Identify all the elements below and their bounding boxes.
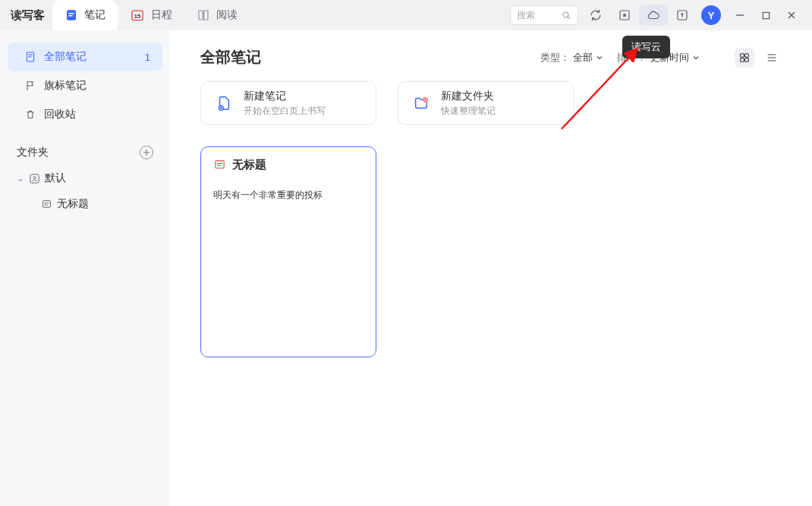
note-card[interactable]: 无标题 明天有一个非常重要的投标	[200, 146, 376, 357]
svg-rect-12	[763, 12, 769, 18]
sidebar: 全部笔记 1 旗标笔记 回收站 文件夹 ⌄ 默认	[0, 30, 170, 506]
grid-icon	[738, 52, 751, 64]
window-minimize[interactable]	[727, 4, 753, 27]
search-input[interactable]: 搜索	[510, 5, 578, 25]
chevron-down-icon	[692, 54, 700, 61]
sidebar-item-label: 旗标笔记	[44, 79, 87, 93]
sidebar-item-label: 回收站	[44, 108, 76, 121]
note-small-icon	[213, 159, 226, 171]
filter-type-label: 类型：	[540, 51, 570, 64]
add-folder-button[interactable]	[140, 146, 153, 159]
note-small-icon	[41, 199, 52, 210]
maximize-icon	[762, 11, 770, 20]
new-folder-title: 新建文件夹	[441, 90, 496, 103]
sidebar-item-all-notes[interactable]: 全部笔记 1	[8, 42, 162, 71]
tab-reader-label: 阅读	[216, 8, 238, 22]
svg-rect-28	[745, 58, 749, 61]
new-folder-icon	[411, 93, 432, 114]
action-card-row: 新建笔记 开始在空白页上书写 新建文件夹 快速整理笔记	[200, 81, 782, 125]
avatar[interactable]: Y	[701, 5, 721, 25]
app-body: 全部笔记 1 旗标笔记 回收站 文件夹 ⌄ 默认	[0, 30, 812, 506]
filter-type[interactable]: 类型： 全部	[540, 51, 603, 64]
svg-rect-25	[741, 53, 744, 57]
note-card-title: 无标题	[232, 158, 266, 172]
note-card-body: 明天有一个非常重要的投标	[213, 189, 364, 202]
svg-rect-1	[68, 13, 74, 14]
new-note-sub: 开始在空白页上书写	[244, 105, 326, 118]
new-note-title: 新建笔记	[244, 90, 326, 103]
tree-note-label: 无标题	[57, 197, 89, 211]
svg-rect-5	[199, 11, 203, 20]
tree-folder-label: 默认	[45, 171, 66, 185]
filter-sort[interactable]: 排序： 更新时间	[617, 51, 700, 64]
window-maximize[interactable]	[753, 4, 779, 27]
svg-rect-2	[68, 15, 72, 17]
chevron-down-icon	[596, 54, 603, 61]
avatar-letter: Y	[708, 10, 715, 21]
view-list-button[interactable]	[762, 48, 782, 68]
tab-calendar-label: 日程	[151, 8, 172, 22]
svg-rect-27	[741, 58, 744, 61]
note-icon	[65, 8, 78, 22]
svg-line-8	[568, 17, 569, 18]
svg-rect-22	[43, 200, 51, 207]
new-note-icon	[213, 93, 234, 114]
new-folder-sub: 快速整理笔记	[441, 105, 496, 118]
new-folder-card[interactable]: 新建文件夹 快速整理笔记	[398, 81, 574, 125]
list-icon	[766, 52, 778, 64]
star-box-icon	[618, 8, 631, 22]
main-header: 全部笔记 类型： 全部 排序： 更新时间	[200, 47, 782, 68]
sync-icon	[589, 8, 603, 22]
folder-section-label: 文件夹	[17, 146, 49, 159]
doc-icon	[24, 51, 36, 63]
svg-point-7	[563, 12, 568, 17]
svg-text:15: 15	[134, 13, 140, 20]
app-name: 读写客	[11, 8, 45, 23]
view-grid-button[interactable]	[735, 48, 754, 68]
export-icon	[675, 8, 689, 22]
reader-icon	[197, 8, 210, 22]
filter-sort-label: 排序：	[617, 51, 647, 64]
export-button[interactable]	[668, 5, 697, 26]
trash-icon	[24, 108, 36, 121]
titlebar: 读写客 笔记 15 日程 阅读 搜索 Y	[0, 0, 812, 30]
view-switcher	[735, 48, 782, 68]
tab-reader[interactable]: 阅读	[184, 0, 250, 30]
filter-sort-value: 更新时间	[650, 51, 689, 64]
tab-notes[interactable]: 笔记	[52, 0, 118, 30]
page-title: 全部笔记	[200, 47, 261, 68]
minimize-icon	[735, 11, 744, 20]
new-note-card[interactable]: 新建笔记 开始在空白页上书写	[200, 81, 376, 125]
sidebar-item-flagged[interactable]: 旗标笔记	[8, 71, 162, 100]
calendar-icon: 15	[130, 8, 145, 23]
flag-icon	[24, 80, 36, 92]
cloud-button[interactable]	[639, 5, 668, 26]
search-icon	[561, 10, 571, 20]
svg-rect-6	[204, 11, 208, 20]
svg-rect-26	[745, 53, 749, 57]
window-close[interactable]	[779, 4, 804, 27]
tree-note-item[interactable]: 无标题	[0, 191, 170, 217]
tree-folder-default[interactable]: ⌄ 默认	[0, 165, 170, 191]
cloud-icon	[647, 8, 660, 22]
plus-icon	[143, 149, 150, 156]
sync-button[interactable]	[581, 5, 610, 26]
close-icon	[787, 11, 796, 20]
sidebar-folder-section: 文件夹	[0, 140, 170, 165]
starred-button[interactable]	[610, 5, 639, 26]
svg-point-21	[33, 176, 36, 178]
chevron-down-icon: ⌄	[17, 173, 24, 184]
main-panel: 全部笔记 类型： 全部 排序： 更新时间	[170, 30, 812, 506]
user-box-icon	[29, 173, 40, 184]
filter-type-value: 全部	[573, 51, 593, 64]
note-card-header: 无标题	[213, 158, 364, 172]
sidebar-item-trash[interactable]: 回收站	[8, 100, 162, 129]
tab-notes-label: 笔记	[84, 8, 105, 22]
sidebar-item-label: 全部笔记	[44, 50, 87, 64]
svg-rect-38	[216, 161, 224, 168]
sidebar-item-count: 1	[145, 52, 150, 63]
search-placeholder: 搜索	[517, 9, 561, 22]
tab-calendar[interactable]: 15 日程	[118, 0, 184, 30]
